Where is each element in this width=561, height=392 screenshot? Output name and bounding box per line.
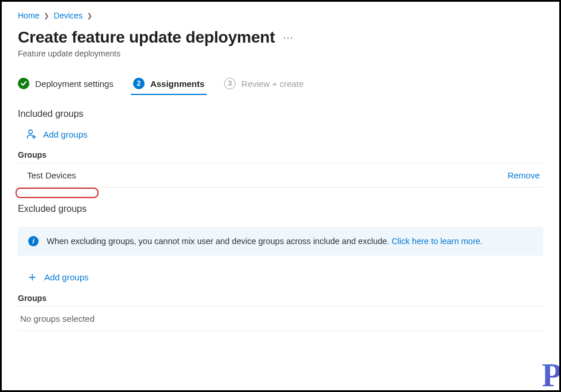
add-excluded-groups-button[interactable]: ＋ Add groups: [26, 271, 543, 283]
info-text: When excluding groups, you cannot mix us…: [47, 237, 483, 246]
step-label: Assignments: [150, 79, 204, 89]
remove-group-link[interactable]: Remove: [507, 170, 540, 180]
wizard-steps: Deployment settings 2 Assignments 3 Revi…: [18, 78, 543, 94]
annotation-highlight: [16, 188, 98, 198]
check-icon: [18, 78, 29, 89]
info-message: When excluding groups, you cannot mix us…: [47, 237, 392, 246]
included-groups-table: Test Devices Remove: [18, 163, 543, 188]
step-label: Review + create: [241, 79, 304, 89]
title-row: Create feature update deployment ···: [18, 28, 543, 47]
learn-more-link[interactable]: Click here to learn more.: [392, 237, 483, 246]
excluded-groups-heading: Excluded groups: [18, 204, 543, 214]
chevron-right-icon: ❯: [44, 12, 49, 20]
breadcrumb: Home ❯ Devices ❯: [18, 11, 543, 20]
included-groups-heading: Included groups: [18, 109, 543, 119]
excluded-groups-empty-row: No groups selected: [18, 306, 543, 331]
table-row: Test Devices Remove: [18, 163, 543, 188]
included-groups-table-label: Groups: [18, 150, 543, 159]
info-icon: i: [28, 236, 39, 246]
page-frame: Home ❯ Devices ❯ Create feature update d…: [0, 0, 561, 392]
add-person-icon: [26, 128, 37, 140]
info-banner: i When excluding groups, you cannot mix …: [18, 227, 543, 256]
step-review-create: 3 Review + create: [224, 78, 304, 94]
add-groups-label: Add groups: [44, 272, 89, 282]
svg-point-0: [29, 130, 32, 134]
step-assignments[interactable]: 2 Assignments: [133, 78, 204, 94]
step-number-icon: 3: [224, 78, 236, 89]
plus-icon: ＋: [26, 271, 39, 283]
more-actions-button[interactable]: ···: [283, 32, 293, 44]
step-deployment-settings[interactable]: Deployment settings: [18, 78, 113, 94]
add-included-groups-button[interactable]: Add groups: [26, 128, 543, 140]
excluded-groups-table-label: Groups: [18, 294, 543, 303]
group-name: Test Devices: [25, 170, 76, 180]
breadcrumb-home[interactable]: Home: [18, 11, 39, 20]
step-label: Deployment settings: [35, 79, 113, 89]
chevron-right-icon: ❯: [87, 12, 92, 20]
watermark-logo: P: [542, 357, 559, 392]
page-title: Create feature update deployment: [18, 28, 275, 47]
breadcrumb-devices[interactable]: Devices: [54, 11, 82, 20]
add-groups-label: Add groups: [43, 130, 88, 139]
page-subtitle: Feature update deployments: [18, 49, 543, 58]
step-number-icon: 2: [133, 78, 145, 89]
